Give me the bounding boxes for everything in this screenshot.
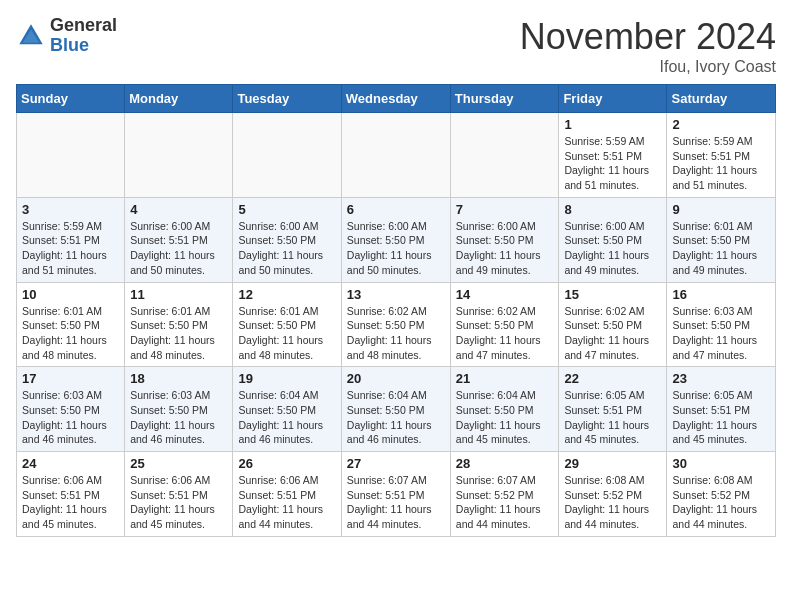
day-number: 11	[130, 287, 227, 302]
day-number: 27	[347, 456, 445, 471]
calendar-cell: 29Sunrise: 6:08 AM Sunset: 5:52 PM Dayli…	[559, 452, 667, 537]
calendar-cell: 16Sunrise: 6:03 AM Sunset: 5:50 PM Dayli…	[667, 282, 776, 367]
day-number: 14	[456, 287, 554, 302]
calendar-week-row: 17Sunrise: 6:03 AM Sunset: 5:50 PM Dayli…	[17, 367, 776, 452]
calendar-cell: 24Sunrise: 6:06 AM Sunset: 5:51 PM Dayli…	[17, 452, 125, 537]
day-number: 25	[130, 456, 227, 471]
month-title: November 2024	[520, 16, 776, 58]
day-info: Sunrise: 5:59 AM Sunset: 5:51 PM Dayligh…	[564, 134, 661, 193]
calendar-cell: 30Sunrise: 6:08 AM Sunset: 5:52 PM Dayli…	[667, 452, 776, 537]
day-info: Sunrise: 6:02 AM Sunset: 5:50 PM Dayligh…	[564, 304, 661, 363]
day-number: 21	[456, 371, 554, 386]
calendar-cell: 19Sunrise: 6:04 AM Sunset: 5:50 PM Dayli…	[233, 367, 341, 452]
calendar-cell: 17Sunrise: 6:03 AM Sunset: 5:50 PM Dayli…	[17, 367, 125, 452]
calendar-cell: 14Sunrise: 6:02 AM Sunset: 5:50 PM Dayli…	[450, 282, 559, 367]
weekday-header-friday: Friday	[559, 85, 667, 113]
day-number: 24	[22, 456, 119, 471]
logo-blue-text: Blue	[50, 36, 117, 56]
day-info: Sunrise: 6:00 AM Sunset: 5:50 PM Dayligh…	[564, 219, 661, 278]
calendar-cell: 3Sunrise: 5:59 AM Sunset: 5:51 PM Daylig…	[17, 197, 125, 282]
day-number: 3	[22, 202, 119, 217]
calendar-cell: 15Sunrise: 6:02 AM Sunset: 5:50 PM Dayli…	[559, 282, 667, 367]
calendar-cell: 1Sunrise: 5:59 AM Sunset: 5:51 PM Daylig…	[559, 113, 667, 198]
day-number: 19	[238, 371, 335, 386]
day-info: Sunrise: 6:00 AM Sunset: 5:50 PM Dayligh…	[456, 219, 554, 278]
day-number: 23	[672, 371, 770, 386]
day-info: Sunrise: 6:00 AM Sunset: 5:50 PM Dayligh…	[347, 219, 445, 278]
calendar-cell: 20Sunrise: 6:04 AM Sunset: 5:50 PM Dayli…	[341, 367, 450, 452]
day-number: 28	[456, 456, 554, 471]
calendar-cell: 23Sunrise: 6:05 AM Sunset: 5:51 PM Dayli…	[667, 367, 776, 452]
day-number: 10	[22, 287, 119, 302]
weekday-header-saturday: Saturday	[667, 85, 776, 113]
day-info: Sunrise: 6:08 AM Sunset: 5:52 PM Dayligh…	[672, 473, 770, 532]
day-info: Sunrise: 6:01 AM Sunset: 5:50 PM Dayligh…	[672, 219, 770, 278]
day-number: 17	[22, 371, 119, 386]
day-number: 13	[347, 287, 445, 302]
calendar-week-row: 3Sunrise: 5:59 AM Sunset: 5:51 PM Daylig…	[17, 197, 776, 282]
day-info: Sunrise: 6:00 AM Sunset: 5:50 PM Dayligh…	[238, 219, 335, 278]
calendar-cell	[125, 113, 233, 198]
day-number: 5	[238, 202, 335, 217]
day-info: Sunrise: 6:05 AM Sunset: 5:51 PM Dayligh…	[564, 388, 661, 447]
day-info: Sunrise: 6:01 AM Sunset: 5:50 PM Dayligh…	[130, 304, 227, 363]
day-info: Sunrise: 6:07 AM Sunset: 5:51 PM Dayligh…	[347, 473, 445, 532]
day-number: 20	[347, 371, 445, 386]
day-info: Sunrise: 6:04 AM Sunset: 5:50 PM Dayligh…	[347, 388, 445, 447]
weekday-header-tuesday: Tuesday	[233, 85, 341, 113]
day-info: Sunrise: 5:59 AM Sunset: 5:51 PM Dayligh…	[672, 134, 770, 193]
day-number: 15	[564, 287, 661, 302]
day-number: 22	[564, 371, 661, 386]
day-info: Sunrise: 6:04 AM Sunset: 5:50 PM Dayligh…	[456, 388, 554, 447]
day-info: Sunrise: 6:03 AM Sunset: 5:50 PM Dayligh…	[130, 388, 227, 447]
day-number: 29	[564, 456, 661, 471]
day-number: 9	[672, 202, 770, 217]
day-info: Sunrise: 6:01 AM Sunset: 5:50 PM Dayligh…	[238, 304, 335, 363]
calendar-cell: 9Sunrise: 6:01 AM Sunset: 5:50 PM Daylig…	[667, 197, 776, 282]
day-number: 30	[672, 456, 770, 471]
calendar-cell: 28Sunrise: 6:07 AM Sunset: 5:52 PM Dayli…	[450, 452, 559, 537]
day-number: 4	[130, 202, 227, 217]
day-info: Sunrise: 6:02 AM Sunset: 5:50 PM Dayligh…	[456, 304, 554, 363]
day-info: Sunrise: 6:03 AM Sunset: 5:50 PM Dayligh…	[22, 388, 119, 447]
calendar-week-row: 1Sunrise: 5:59 AM Sunset: 5:51 PM Daylig…	[17, 113, 776, 198]
day-info: Sunrise: 6:08 AM Sunset: 5:52 PM Dayligh…	[564, 473, 661, 532]
calendar-cell: 12Sunrise: 6:01 AM Sunset: 5:50 PM Dayli…	[233, 282, 341, 367]
calendar-cell	[450, 113, 559, 198]
day-info: Sunrise: 6:03 AM Sunset: 5:50 PM Dayligh…	[672, 304, 770, 363]
day-info: Sunrise: 6:06 AM Sunset: 5:51 PM Dayligh…	[238, 473, 335, 532]
weekday-header-wednesday: Wednesday	[341, 85, 450, 113]
calendar-table: SundayMondayTuesdayWednesdayThursdayFrid…	[16, 84, 776, 537]
day-number: 1	[564, 117, 661, 132]
logo: General Blue	[16, 16, 117, 56]
calendar-cell: 8Sunrise: 6:00 AM Sunset: 5:50 PM Daylig…	[559, 197, 667, 282]
calendar-week-row: 10Sunrise: 6:01 AM Sunset: 5:50 PM Dayli…	[17, 282, 776, 367]
calendar-cell	[341, 113, 450, 198]
calendar-cell: 2Sunrise: 5:59 AM Sunset: 5:51 PM Daylig…	[667, 113, 776, 198]
logo-icon	[16, 21, 46, 51]
calendar-cell: 4Sunrise: 6:00 AM Sunset: 5:51 PM Daylig…	[125, 197, 233, 282]
calendar-cell: 13Sunrise: 6:02 AM Sunset: 5:50 PM Dayli…	[341, 282, 450, 367]
day-info: Sunrise: 6:01 AM Sunset: 5:50 PM Dayligh…	[22, 304, 119, 363]
calendar-cell: 7Sunrise: 6:00 AM Sunset: 5:50 PM Daylig…	[450, 197, 559, 282]
weekday-header-row: SundayMondayTuesdayWednesdayThursdayFrid…	[17, 85, 776, 113]
day-info: Sunrise: 6:02 AM Sunset: 5:50 PM Dayligh…	[347, 304, 445, 363]
weekday-header-sunday: Sunday	[17, 85, 125, 113]
calendar-cell: 26Sunrise: 6:06 AM Sunset: 5:51 PM Dayli…	[233, 452, 341, 537]
calendar-cell: 27Sunrise: 6:07 AM Sunset: 5:51 PM Dayli…	[341, 452, 450, 537]
calendar-cell	[17, 113, 125, 198]
calendar-cell: 5Sunrise: 6:00 AM Sunset: 5:50 PM Daylig…	[233, 197, 341, 282]
day-number: 12	[238, 287, 335, 302]
weekday-header-thursday: Thursday	[450, 85, 559, 113]
calendar-week-row: 24Sunrise: 6:06 AM Sunset: 5:51 PM Dayli…	[17, 452, 776, 537]
day-number: 8	[564, 202, 661, 217]
page-header: General Blue November 2024 Ifou, Ivory C…	[16, 16, 776, 76]
calendar-cell: 25Sunrise: 6:06 AM Sunset: 5:51 PM Dayli…	[125, 452, 233, 537]
day-info: Sunrise: 6:06 AM Sunset: 5:51 PM Dayligh…	[22, 473, 119, 532]
day-number: 26	[238, 456, 335, 471]
day-info: Sunrise: 6:00 AM Sunset: 5:51 PM Dayligh…	[130, 219, 227, 278]
calendar-cell: 11Sunrise: 6:01 AM Sunset: 5:50 PM Dayli…	[125, 282, 233, 367]
day-info: Sunrise: 6:04 AM Sunset: 5:50 PM Dayligh…	[238, 388, 335, 447]
weekday-header-monday: Monday	[125, 85, 233, 113]
calendar-cell: 18Sunrise: 6:03 AM Sunset: 5:50 PM Dayli…	[125, 367, 233, 452]
